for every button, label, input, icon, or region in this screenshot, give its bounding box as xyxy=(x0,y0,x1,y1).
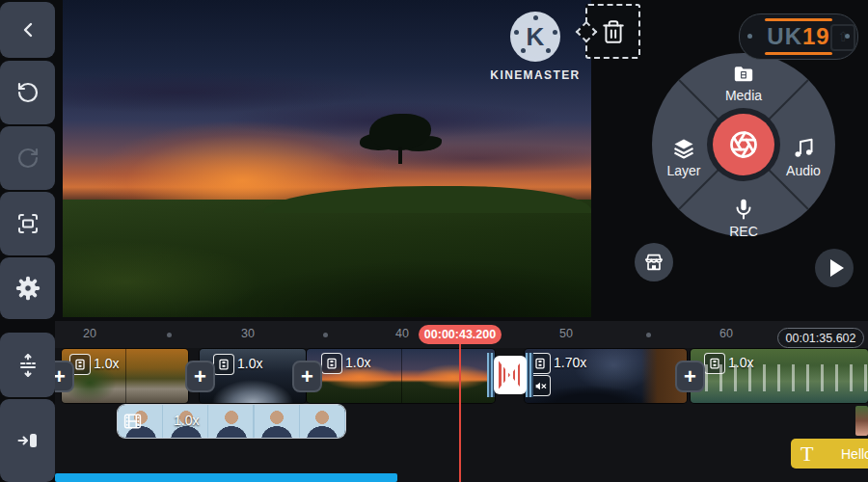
redo-button[interactable] xyxy=(0,126,55,190)
watermark-letter: K xyxy=(527,22,545,52)
video-layer-icon xyxy=(122,412,143,431)
layer-button[interactable]: Layer xyxy=(656,137,712,178)
volume-muted-icon xyxy=(534,380,547,392)
music-note-icon xyxy=(792,137,815,160)
action-wheel: Media Layer Audio REC xyxy=(652,53,835,236)
media-label: Media xyxy=(652,88,835,103)
filmstrip-icon xyxy=(709,358,720,369)
ruler-label-60: 60 xyxy=(709,327,744,340)
jump-end-icon xyxy=(16,429,40,452)
watermark-brand: KINEMASTER xyxy=(487,68,583,82)
site-watermark-logo: ⇧ UK19 xyxy=(739,13,858,60)
logo-text-gray: UK xyxy=(767,23,802,49)
filmstrip-icon xyxy=(326,358,338,369)
add-transition-button[interactable]: + xyxy=(292,361,322,392)
store-icon xyxy=(643,252,665,273)
add-transition-button[interactable]: + xyxy=(675,361,705,392)
chevron-left-icon xyxy=(16,18,40,41)
left-toolbar xyxy=(0,0,55,482)
clip-autumn-road[interactable]: 1.0x xyxy=(62,349,188,403)
undo-button[interactable] xyxy=(0,61,55,124)
preview-grass-field xyxy=(63,200,591,317)
media-folder-icon xyxy=(732,64,755,85)
redo-icon xyxy=(16,147,40,170)
text-layer-clip[interactable]: T Hello xyxy=(791,439,868,469)
filmstrip-icon xyxy=(218,359,230,370)
layer-label: Layer xyxy=(656,163,712,178)
media-type-badge xyxy=(321,353,342,374)
media-type-badge xyxy=(704,353,725,374)
layer-clip-speed-label: 1.0x xyxy=(174,413,199,428)
trash-icon xyxy=(601,19,626,44)
back-button[interactable] xyxy=(0,2,55,58)
playhead-line[interactable] xyxy=(459,342,461,482)
jump-to-end-button[interactable] xyxy=(0,399,55,482)
undo-icon xyxy=(16,81,40,104)
audio-button[interactable]: Audio xyxy=(775,137,831,178)
preview-tree-silhouette xyxy=(369,114,431,170)
add-transition-button[interactable]: + xyxy=(185,361,215,392)
current-time-badge: 00:00:43.200 xyxy=(419,325,502,344)
filmstrip-icon xyxy=(534,358,546,369)
play-icon xyxy=(830,259,844,277)
applied-transition-marker[interactable] xyxy=(487,353,533,397)
clip-trim-edge xyxy=(526,353,533,397)
layer-clip-selfie-video[interactable]: 1.0x xyxy=(118,405,345,438)
logo-dot-left xyxy=(747,34,752,39)
rec-button[interactable]: REC xyxy=(652,198,835,239)
ruler-label-30: 30 xyxy=(231,327,265,340)
ruler-dot xyxy=(167,333,172,337)
kinemaster-app: K KINEMASTER xyxy=(0,0,868,482)
transition-icon xyxy=(494,356,527,394)
capture-button[interactable] xyxy=(0,192,55,255)
logo-text: UK19 xyxy=(767,23,829,50)
logo-text-orange: 19 xyxy=(802,23,830,49)
filmstrip-icon xyxy=(74,359,86,370)
kinemaster-watermark: K KINEMASTER xyxy=(487,12,583,82)
logo-line-top xyxy=(765,18,832,21)
logo-line-bottom xyxy=(765,52,832,55)
ruler-dot xyxy=(646,333,651,337)
clip-night-mountain[interactable]: 1.0x xyxy=(200,349,306,403)
capture-shutter-button[interactable] xyxy=(707,108,780,181)
play-button[interactable] xyxy=(815,249,854,287)
microphone-icon xyxy=(732,198,755,221)
text-type-icon: T xyxy=(800,442,813,467)
delete-clip-button[interactable] xyxy=(585,4,640,59)
kinemaster-logo-icon: K xyxy=(510,12,560,62)
video-preview[interactable]: K KINEMASTER xyxy=(63,0,591,317)
clip-waterfall[interactable]: 1.0x xyxy=(691,349,868,403)
timeline-scrollbar[interactable] xyxy=(55,473,397,482)
watermark-dots xyxy=(533,15,538,20)
media-button[interactable]: Media xyxy=(652,64,835,103)
rec-label: REC xyxy=(652,224,835,239)
layer-clip-image-sliver[interactable] xyxy=(855,406,868,436)
gear-icon xyxy=(15,276,41,301)
ruler-dot xyxy=(323,333,328,337)
aperture-icon xyxy=(729,130,758,159)
clip-speed-label: 1.0x xyxy=(237,356,262,371)
clip-speed-label: 1.0x xyxy=(94,356,119,371)
expand-vertical-icon xyxy=(16,354,40,377)
total-duration-badge: 00:01:35.602 xyxy=(777,328,864,348)
logo-upload-arrow-icon: ⇧ xyxy=(830,24,855,51)
audio-label: Audio xyxy=(775,163,831,178)
text-clip-content: Hello xyxy=(841,446,868,462)
settings-button[interactable] xyxy=(0,257,55,319)
ruler-label-20: 20 xyxy=(72,327,107,340)
clip-speed-label: 1.0x xyxy=(345,355,370,370)
clip-milky-way-night[interactable]: 1.70x xyxy=(525,349,687,403)
ruler-label-40: 40 xyxy=(385,327,420,340)
layers-icon xyxy=(671,137,696,160)
clip-speed-label: 1.0x xyxy=(728,355,753,370)
timeline-expand-button[interactable] xyxy=(0,333,55,397)
media-type-badge xyxy=(213,354,234,375)
ruler-label-50: 50 xyxy=(549,327,583,340)
clip-sunset-field[interactable]: 1.0x xyxy=(307,349,495,403)
asset-store-button[interactable] xyxy=(635,243,673,281)
clip-speed-label: 1.70x xyxy=(554,355,586,370)
capture-frame-icon xyxy=(16,212,40,235)
